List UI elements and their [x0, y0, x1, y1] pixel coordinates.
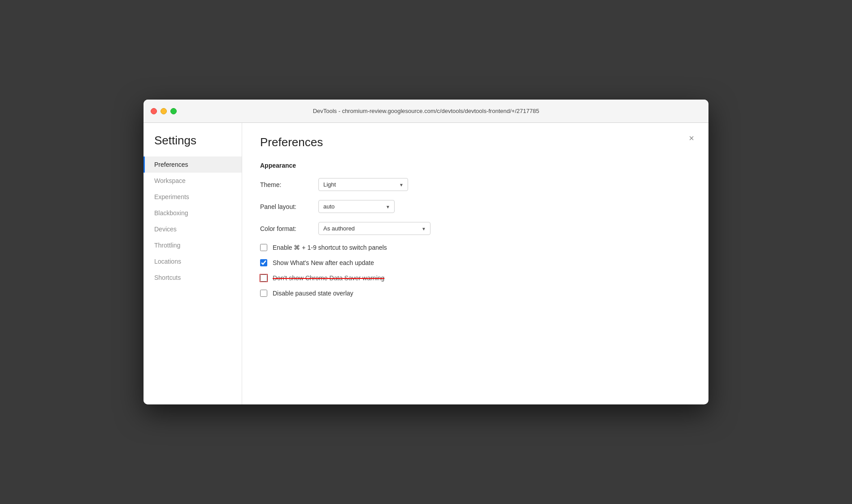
sidebar-item-throttling[interactable]: Throttling — [143, 237, 242, 253]
sidebar: Settings PreferencesWorkspaceExperiments… — [143, 123, 242, 404]
theme-select-wrapper: Default Light Dark — [318, 178, 408, 191]
cmd-shortcut-row: Enable ⌘ + 1-9 shortcut to switch panels — [260, 244, 691, 251]
color-format-row: Color format: As authored HEX RGB HSL — [260, 222, 691, 235]
panel-layout-row: Panel layout: auto horizontal vertical — [260, 200, 691, 213]
sidebar-item-experiments[interactable]: Experiments — [143, 189, 242, 205]
color-format-select[interactable]: As authored HEX RGB HSL — [318, 222, 430, 235]
sidebar-item-preferences[interactable]: Preferences — [143, 156, 242, 173]
theme-label: Theme: — [260, 181, 318, 188]
sidebar-item-workspace[interactable]: Workspace — [143, 173, 242, 189]
sidebar-settings-title: Settings — [143, 134, 242, 156]
sidebar-item-blackboxing[interactable]: Blackboxing — [143, 205, 242, 221]
sidebar-nav: PreferencesWorkspaceExperimentsBlackboxi… — [143, 156, 242, 286]
sidebar-item-shortcuts[interactable]: Shortcuts — [143, 269, 242, 286]
data-saver-row: Don't show Chrome Data Saver warning — [260, 274, 691, 282]
panel-layout-label: Panel layout: — [260, 203, 318, 210]
cmd-shortcut-label: Enable ⌘ + 1-9 shortcut to switch panels — [273, 244, 387, 251]
main-content: × Preferences Appearance Theme: Default … — [242, 123, 709, 404]
sidebar-item-locations[interactable]: Locations — [143, 253, 242, 269]
paused-overlay-checkbox[interactable] — [260, 290, 267, 297]
mac-window: DevTools - chromium-review.googlesource.… — [143, 100, 709, 404]
paused-overlay-row: Disable paused state overlay — [260, 290, 691, 297]
whats-new-checkbox[interactable] — [260, 259, 267, 266]
appearance-section: Appearance Theme: Default Light Dark Pan… — [260, 162, 691, 297]
color-format-select-wrapper: As authored HEX RGB HSL — [318, 222, 430, 235]
paused-overlay-label: Disable paused state overlay — [273, 290, 353, 297]
traffic-lights — [151, 108, 177, 114]
close-button[interactable]: × — [685, 132, 698, 144]
panel-layout-select-wrapper: auto horizontal vertical — [318, 200, 395, 213]
panel-layout-select[interactable]: auto horizontal vertical — [318, 200, 395, 213]
titlebar: DevTools - chromium-review.googlesource.… — [143, 100, 709, 123]
whats-new-row: Show What's New after each update — [260, 259, 691, 266]
titlebar-title: DevTools - chromium-review.googlesource.… — [313, 108, 539, 114]
maximize-traffic-light[interactable] — [170, 108, 177, 114]
page-title: Preferences — [260, 135, 691, 149]
theme-select[interactable]: Default Light Dark — [318, 178, 408, 191]
minimize-traffic-light[interactable] — [161, 108, 167, 114]
sidebar-item-devices[interactable]: Devices — [143, 221, 242, 237]
close-traffic-light[interactable] — [151, 108, 157, 114]
data-saver-checkbox[interactable] — [260, 274, 267, 282]
whats-new-label: Show What's New after each update — [273, 259, 374, 266]
color-format-label: Color format: — [260, 225, 318, 232]
theme-row: Theme: Default Light Dark — [260, 178, 691, 191]
cmd-shortcut-checkbox[interactable] — [260, 244, 267, 251]
appearance-title: Appearance — [260, 162, 691, 169]
window-content: Settings PreferencesWorkspaceExperiments… — [143, 123, 709, 404]
data-saver-label: Don't show Chrome Data Saver warning — [273, 274, 384, 282]
